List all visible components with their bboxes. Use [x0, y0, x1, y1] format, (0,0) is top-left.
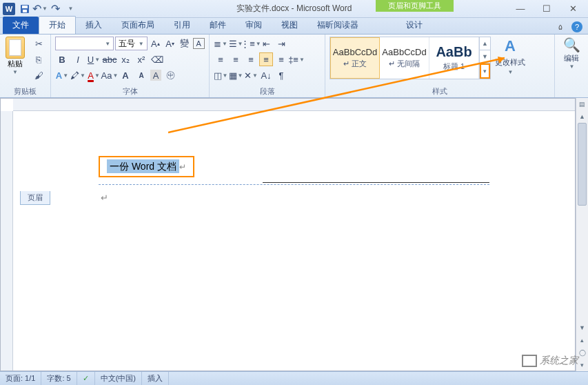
align-justify-icon[interactable]: ≡	[259, 52, 273, 66]
status-proofing[interactable]: ✓	[77, 372, 95, 385]
char-shading-icon[interactable]: A	[150, 70, 161, 81]
italic-icon[interactable]: I	[71, 52, 85, 66]
header-text[interactable]: 一份 Word 文档	[107, 159, 179, 173]
styles-group-label: 样式	[330, 86, 550, 97]
paragraph-mark: ↵	[101, 192, 108, 203]
vertical-scrollbar[interactable]: ▤ ▲ ▼ ▴ ◯ ▾	[576, 98, 588, 371]
help-icon[interactable]: ?	[571, 21, 582, 32]
scroll-down-icon[interactable]: ▼	[576, 322, 588, 334]
gallery-scroll: ▲ ▼ ▾	[479, 37, 490, 79]
clear-format-icon[interactable]: ⌫	[150, 52, 164, 66]
redo-icon[interactable]: ↷	[48, 2, 62, 16]
font-size-combo[interactable]: 五号▼	[115, 37, 148, 50]
multilevel-icon[interactable]: ⋮≡▼	[244, 37, 258, 50]
document-page[interactable]: 一份 Word 文档↵ 页眉 ↵	[16, 118, 572, 366]
binoculars-icon: 🔍	[563, 37, 580, 53]
shrink-font2-icon[interactable]: A	[134, 68, 148, 82]
indent-right-icon[interactable]: ⇥	[274, 37, 288, 50]
prev-page-icon[interactable]: ▴	[576, 334, 588, 346]
style-normal[interactable]: AaBbCcDd ↵ 正文	[330, 37, 380, 79]
vertical-ruler[interactable]	[1, 111, 13, 371]
clipboard-group-label: 剪贴板	[4, 86, 46, 97]
header-tab-label[interactable]: 页眉	[20, 191, 50, 205]
paste-button[interactable]: 粘贴 ▼	[4, 37, 26, 86]
gallery-up-icon[interactable]: ▲	[480, 37, 490, 50]
tab-view[interactable]: 视图	[272, 17, 307, 34]
gallery-more-button[interactable]: ▾	[480, 63, 490, 79]
subscript-icon[interactable]: x₂	[119, 52, 132, 66]
ruler-toggle-icon[interactable]: ▤	[576, 98, 588, 110]
watermark-icon	[522, 355, 537, 367]
grow-font-icon[interactable]: A▴	[149, 37, 162, 50]
copy-icon[interactable]: ⎘	[31, 52, 46, 66]
group-paragraph: ≣▼ ☰▼ ⋮≡▼ ⇤ ⇥ ≡ ≡ ≡ ≡ ≡ ‡≡▼ ◫▼ ▦▼ ✕▼ A↓ …	[210, 34, 325, 97]
line-spacing-icon[interactable]: ‡≡▼	[290, 52, 303, 66]
shading-icon[interactable]: ◫▼	[214, 68, 227, 82]
ribbon-minimize-icon[interactable]: ۵	[554, 20, 567, 34]
sort-icon[interactable]: A↓	[259, 68, 273, 82]
tab-design[interactable]: 设计	[396, 17, 432, 34]
svg-rect-1	[22, 6, 28, 8]
align-left-icon[interactable]: ≡	[214, 52, 227, 66]
format-painter-icon[interactable]: 🖌	[31, 68, 46, 82]
status-language[interactable]: 中文(中国)	[95, 372, 142, 385]
style-heading1[interactable]: AaBb 标题 1	[429, 37, 479, 79]
text-effects-icon[interactable]: A▼	[55, 68, 69, 82]
horizontal-ruler[interactable]	[13, 99, 575, 111]
font-color-icon[interactable]: A▼	[87, 68, 101, 82]
window-title: 实验文件.docx - Microsoft Word	[236, 3, 352, 14]
align-center-icon[interactable]: ≡	[229, 52, 243, 66]
tab-layout[interactable]: 页面布局	[112, 17, 164, 34]
enclose-char-icon[interactable]: ㊥	[163, 68, 177, 82]
shrink-font-icon[interactable]: A▾	[163, 37, 176, 50]
cut-icon[interactable]: ✂	[31, 37, 46, 50]
undo-icon[interactable]: ↶▼	[33, 2, 47, 16]
style-no-spacing[interactable]: AaBbCcDd ↵ 无间隔	[380, 37, 429, 79]
underline-icon[interactable]: U▼	[87, 52, 101, 66]
maximize-button[interactable]: ☐	[540, 2, 554, 16]
highlight-icon[interactable]: 🖍▼	[71, 68, 85, 82]
gallery-down-icon[interactable]: ▼	[480, 50, 490, 63]
status-page[interactable]: 页面: 1/1	[0, 372, 41, 385]
save-icon[interactable]	[18, 2, 32, 16]
close-button[interactable]: ✕	[566, 2, 580, 16]
group-editing: 🔍 编辑 ▼	[555, 34, 588, 97]
distributed-icon[interactable]: ≡	[274, 52, 288, 66]
word-app-icon: W	[3, 3, 15, 15]
indent-left-icon[interactable]: ⇤	[259, 37, 273, 50]
minimize-button[interactable]: —	[514, 2, 527, 16]
tab-home[interactable]: 开始	[39, 16, 76, 34]
change-styles-button[interactable]: A 更改样式 ▼	[494, 37, 527, 75]
phonetic-guide-icon[interactable]: 變	[178, 37, 191, 50]
tab-review[interactable]: 审阅	[236, 17, 272, 34]
status-word-count[interactable]: 字数: 5	[41, 372, 77, 385]
scroll-thumb[interactable]	[578, 123, 587, 206]
tab-insert[interactable]: 插入	[76, 17, 112, 34]
strikethrough-icon[interactable]: abc	[103, 52, 116, 66]
align-right-icon[interactable]: ≡	[244, 52, 258, 66]
tab-foxit[interactable]: 福昕阅读器	[307, 17, 368, 34]
scroll-track[interactable]	[576, 123, 588, 322]
superscript-icon[interactable]: x²	[134, 52, 148, 66]
status-insert-mode[interactable]: 插入	[142, 372, 169, 385]
find-button[interactable]: 🔍 编辑 ▼	[559, 37, 584, 96]
tab-mailings[interactable]: 邮件	[200, 17, 236, 34]
svg-rect-2	[23, 10, 27, 12]
asian-layout-icon[interactable]: ✕▼	[244, 68, 258, 82]
char-border-icon[interactable]: A	[193, 38, 205, 49]
bold-icon[interactable]: B	[55, 52, 69, 66]
bullets-icon[interactable]: ≣▼	[214, 37, 227, 50]
change-case-icon[interactable]: Aa▼	[103, 68, 116, 82]
tab-file[interactable]: 文件	[3, 17, 39, 34]
group-styles: AaBbCcDd ↵ 正文 AaBbCcDd ↵ 无间隔 AaBb 标题 1 ▲…	[325, 34, 555, 97]
header-dashed-line	[99, 184, 489, 185]
font-group-label: 字体	[55, 86, 205, 97]
grow-font2-icon[interactable]: A	[119, 68, 132, 82]
borders-icon[interactable]: ▦▼	[229, 68, 243, 82]
font-family-combo[interactable]: ▼	[55, 37, 114, 50]
tab-references[interactable]: 引用	[164, 17, 200, 34]
show-marks-icon[interactable]: ¶	[274, 68, 288, 82]
ribbon: 粘贴 ▼ ✂ ⎘ 🖌 剪贴板 ▼ 五号▼ A▴ A▾ 變 A B I	[0, 34, 588, 98]
qat-more-icon[interactable]: ▼	[63, 2, 77, 16]
scroll-up-icon[interactable]: ▲	[576, 110, 588, 123]
